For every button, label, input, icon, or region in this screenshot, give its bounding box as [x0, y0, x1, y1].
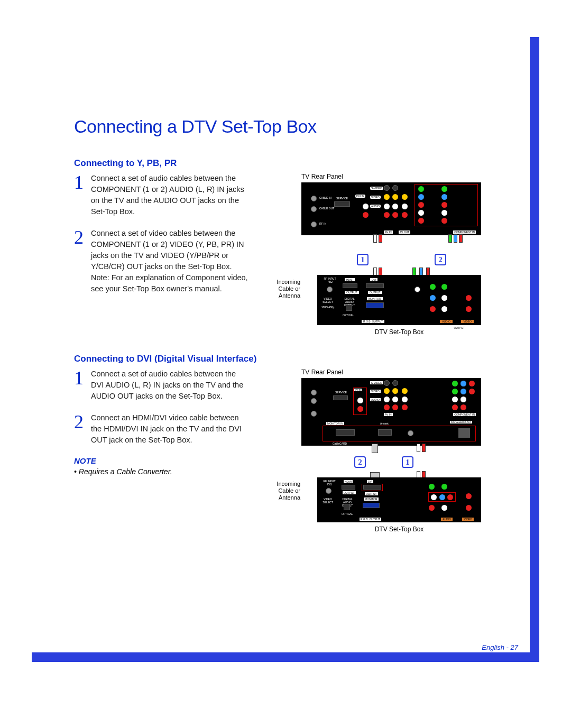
plug-red2-top: [459, 234, 463, 243]
p2c10: [461, 404, 466, 410]
label-stb: DTV Set-Top Box: [317, 328, 481, 336]
note-heading: NOTE: [74, 456, 248, 465]
port-service: [334, 201, 350, 207]
plug-blue-top: [454, 234, 457, 243]
s2-b: [439, 494, 445, 500]
plug-red-top: [379, 234, 382, 243]
label2-audio: AUDIO: [370, 398, 381, 401]
label-videoselect: VIDEO SELECT: [320, 297, 335, 303]
label-service: SERVICE: [336, 197, 348, 200]
section2-heading: Connecting to DVI (Digital Visual Interf…: [74, 354, 497, 364]
stb-audio-l-top: [415, 287, 420, 292]
stb-pb: [430, 295, 436, 301]
border-right: [530, 37, 539, 661]
label-optical2: OPTICAL: [342, 512, 353, 515]
port-comp2-pr: [441, 202, 447, 208]
port2-rf: [311, 411, 317, 417]
label-res: 1080i 480p: [320, 306, 335, 309]
callout-2: 2: [435, 254, 446, 265]
label-audio-out: AUDIO: [440, 320, 453, 323]
label-videoselect2: VIDEO SELECT: [320, 497, 335, 504]
label2-digicard: DIGITAL AUDIO OUT: [450, 421, 472, 423]
label-cableout: CABLE OUT: [319, 207, 334, 210]
port-comp1-pb: [418, 194, 424, 200]
plug2-red-top: [422, 444, 426, 452]
stb-pr: [430, 306, 436, 312]
section1-row: 1 Connect a set of audio cables between …: [74, 173, 497, 338]
stb-l2: [441, 306, 447, 312]
p2c1: [452, 381, 458, 386]
label-rgb2: R.G.B. OUTPUT: [360, 518, 381, 521]
step-number: 1: [74, 368, 86, 402]
p2c4: [452, 389, 458, 394]
port-video-1: [384, 194, 390, 200]
port2-cable-out: [311, 398, 317, 404]
port-comp1-pr: [418, 202, 424, 208]
stb2-dvi: [363, 485, 381, 490]
label-audio-out2: AUDIO: [441, 518, 453, 521]
step-2: 2 Connect an HDMI/DVI video cable betwee…: [74, 412, 248, 446]
label-video: VIDEO: [370, 196, 381, 199]
stb2-audio-outline: [428, 492, 456, 502]
label-optical: OPTICAL: [343, 314, 354, 317]
stb-r2: [466, 306, 472, 312]
port-cable-out: [311, 206, 317, 212]
page-footer: English - 27: [482, 643, 518, 651]
label-output2a: OUTPUT: [343, 491, 356, 494]
section2-steps: 1 Connect a set of audio cables between …: [74, 368, 248, 476]
port-video-3: [402, 194, 408, 200]
label-hdmi2: HDMI: [344, 480, 353, 483]
stb2-vga: [363, 503, 380, 508]
stb-r: [466, 295, 472, 301]
port2-v2: [392, 388, 398, 394]
stb-y: [430, 284, 436, 290]
p2al1: [384, 397, 390, 402]
step-text: Connect a set of audio cables between th…: [91, 173, 248, 217]
p2al3: [402, 397, 408, 402]
cable-region-2: 2 1: [270, 446, 481, 477]
s2-l: [431, 494, 437, 500]
p2ar3: [402, 404, 408, 410]
step-text: Connect an HDMI/DVI video cable between …: [91, 412, 248, 446]
s2-r: [447, 494, 453, 500]
s2-r2: [466, 493, 472, 499]
p2c7: [452, 397, 458, 402]
stb2-hdmi: [342, 485, 355, 490]
label-output3: OUTPUT: [452, 326, 466, 329]
port-comp1-y: [418, 186, 424, 192]
step-number: 2: [74, 412, 86, 446]
port-audio-r1: [384, 212, 390, 218]
step-1: 1 Connect a set of audio cables between …: [74, 368, 248, 402]
port2-dvi-l: [357, 398, 363, 403]
label-rgb: R.G.B. OUTPUT: [362, 320, 384, 323]
stb-dvi: [366, 283, 384, 288]
label-rfin: RF IN: [319, 222, 326, 225]
p2ar2: [392, 404, 398, 410]
p2c6: [469, 389, 475, 394]
stb-y2: [441, 284, 447, 290]
label-rfinput2: RF INPUT 75Ω: [321, 480, 337, 486]
step-text: Connect a set of video cables between th…: [91, 228, 248, 294]
label-video-out: VIDEO: [461, 320, 474, 323]
label-dvi: DVI: [370, 278, 377, 281]
port-audio-r3: [402, 212, 408, 218]
border-bottom: [32, 652, 539, 662]
label2-svideo: S-VIDEO: [370, 381, 383, 384]
port2-dvi-r: [357, 406, 363, 412]
step-2: 2 Connect a set of video cables between …: [74, 228, 248, 294]
cable-region-1: 1 2: [270, 235, 481, 275]
port-audio-r2: [392, 212, 398, 218]
tv-rear-panel: CABLE IN CABLE OUT RF IN SERVICE DVI IN …: [301, 182, 481, 235]
page-title: Connecting a DTV Set-Top Box: [74, 116, 497, 137]
label-monitor: MONITOR: [367, 297, 383, 300]
label-incoming-2: Incoming Cable or Antenna: [269, 481, 300, 502]
label-avin: AV IN: [384, 231, 393, 234]
plug-green-top: [448, 234, 452, 243]
port-comp2-l: [441, 210, 447, 216]
label2-service: SERVICE: [335, 391, 347, 394]
label-output1: OUTPUT: [345, 291, 359, 294]
label2-video: VIDEO: [370, 390, 381, 393]
stb-panel-2: RF INPUT 75Ω HDMI OUTPUT DVI OUTPUT MONI…: [317, 477, 481, 522]
s2-y: [429, 484, 435, 490]
port-rf-in: [311, 222, 317, 227]
